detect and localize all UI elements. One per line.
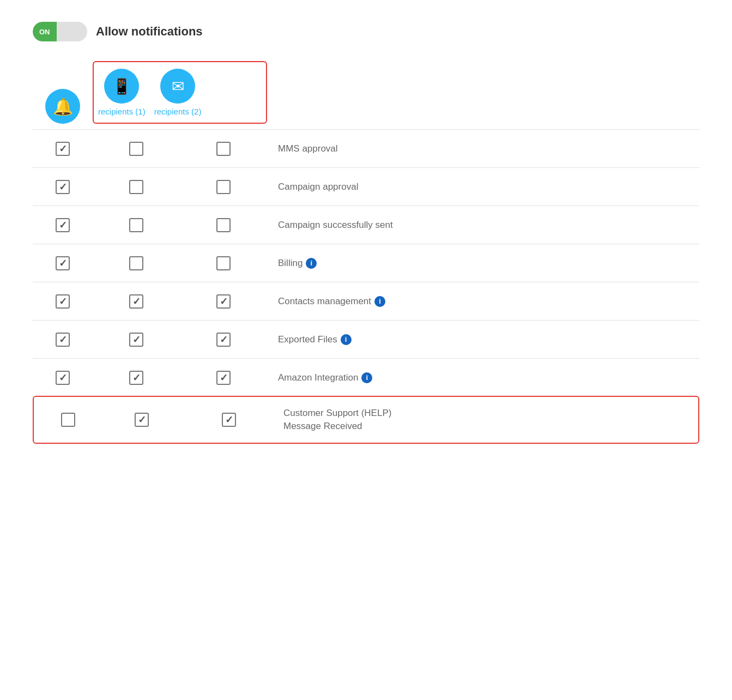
bell-checkbox-campaign-approval[interactable] — [33, 180, 93, 194]
bell-checkbox-contacts-management[interactable] — [33, 294, 93, 309]
column-headers-row: 🔔 📱 recipients (1) ✉ recipients (2) — [33, 61, 699, 129]
notification-row-contacts-management: Contacts managementi — [33, 282, 699, 320]
toggle-on-label: ON — [33, 22, 57, 41]
sms-checkbox-icon-campaign-approval[interactable] — [129, 180, 143, 194]
sms-checkbox-icon-campaign-sent[interactable] — [129, 218, 143, 232]
bell-checkbox-icon-customer-support[interactable] — [61, 413, 75, 427]
notification-row-exported-files: Exported Filesi — [33, 320, 699, 358]
bell-checkbox-icon-billing[interactable] — [56, 256, 70, 270]
sms-checkbox-campaign-sent[interactable] — [93, 218, 180, 232]
page-title: Allow notifications — [96, 25, 203, 39]
bell-checkbox-billing[interactable] — [33, 256, 93, 270]
sms-column-header: 📱 recipients (1) — [98, 69, 146, 116]
bell-checkbox-amazon-integration[interactable] — [33, 371, 93, 385]
email-icon: ✉ — [160, 69, 195, 104]
email-checkbox-icon-contacts-management[interactable] — [216, 294, 231, 309]
notification-row-campaign-sent: Campaign successfully sent — [33, 206, 699, 244]
notifications-grid: 🔔 📱 recipients (1) ✉ recipients (2) MMS … — [33, 61, 699, 444]
row-label-mms-approval: MMS approval — [267, 142, 699, 155]
sms-checkbox-exported-files[interactable] — [93, 333, 180, 347]
bell-checkbox-icon-mms-approval[interactable] — [56, 142, 70, 156]
notification-row-amazon-integration: Amazon Integrationi — [33, 358, 699, 396]
sms-checkbox-mms-approval[interactable] — [93, 142, 180, 156]
bell-checkbox-icon-exported-files[interactable] — [56, 333, 70, 347]
bell-checkbox-campaign-sent[interactable] — [33, 218, 93, 232]
sms-checkbox-campaign-approval[interactable] — [93, 180, 180, 194]
email-checkbox-exported-files[interactable] — [180, 333, 267, 347]
sms-checkbox-icon-customer-support[interactable] — [135, 413, 149, 427]
email-checkbox-mms-approval[interactable] — [180, 142, 267, 156]
email-label: recipients (2) — [154, 107, 202, 116]
bell-checkbox-customer-support[interactable] — [38, 413, 98, 427]
bell-checkbox-icon-contacts-management[interactable] — [56, 294, 70, 309]
sms-checkbox-icon-mms-approval[interactable] — [129, 142, 143, 156]
sms-checkbox-customer-support[interactable] — [98, 413, 185, 427]
toggle-off-part — [57, 22, 88, 41]
sms-checkbox-icon-billing[interactable] — [129, 256, 143, 270]
row-label-campaign-sent: Campaign successfully sent — [267, 219, 699, 232]
email-checkbox-icon-billing[interactable] — [216, 256, 231, 270]
email-checkbox-customer-support[interactable] — [185, 413, 273, 427]
bell-checkbox-icon-campaign-approval[interactable] — [56, 180, 70, 194]
bell-checkbox-icon-amazon-integration[interactable] — [56, 371, 70, 385]
notification-row-campaign-approval: Campaign approval — [33, 167, 699, 206]
sms-checkbox-contacts-management[interactable] — [93, 294, 180, 309]
bell-column-header: 🔔 — [33, 89, 93, 124]
bell-checkbox-icon-campaign-sent[interactable] — [56, 218, 70, 232]
row-label-campaign-approval: Campaign approval — [267, 180, 699, 194]
bell-icon: 🔔 — [45, 89, 80, 124]
sms-checkbox-icon-exported-files[interactable] — [129, 333, 143, 347]
info-icon-contacts-management[interactable]: i — [374, 296, 385, 307]
email-column-header: ✉ recipients (2) — [154, 69, 202, 116]
sms-checkbox-icon-contacts-management[interactable] — [129, 294, 143, 309]
notification-row-mms-approval: MMS approval — [33, 129, 699, 167]
notification-row-billing: Billingi — [33, 244, 699, 282]
notification-rows: MMS approvalCampaign approvalCampaign su… — [33, 129, 699, 444]
row-label-billing: Billingi — [267, 257, 699, 270]
email-checkbox-amazon-integration[interactable] — [180, 371, 267, 385]
email-checkbox-contacts-management[interactable] — [180, 294, 267, 309]
email-checkbox-icon-exported-files[interactable] — [216, 333, 231, 347]
row-label-contacts-management: Contacts managementi — [267, 295, 699, 308]
allow-notifications-toggle[interactable]: ON — [33, 22, 87, 41]
email-checkbox-icon-campaign-approval[interactable] — [216, 180, 231, 194]
info-icon-amazon-integration[interactable]: i — [361, 372, 372, 383]
email-checkbox-icon-customer-support[interactable] — [222, 413, 236, 427]
sms-icon: 📱 — [104, 69, 139, 104]
sms-checkbox-amazon-integration[interactable] — [93, 371, 180, 385]
notifications-header: ON Allow notifications — [33, 22, 699, 41]
notification-row-customer-support: Customer Support (HELP)Message Received — [33, 396, 699, 444]
email-checkbox-icon-amazon-integration[interactable] — [216, 371, 231, 385]
recipients-highlight-box: 📱 recipients (1) ✉ recipients (2) — [93, 61, 267, 124]
row-label-amazon-integration: Amazon Integrationi — [267, 371, 699, 384]
email-checkbox-icon-campaign-sent[interactable] — [216, 218, 231, 232]
bell-checkbox-exported-files[interactable] — [33, 333, 93, 347]
sms-checkbox-icon-amazon-integration[interactable] — [129, 371, 143, 385]
email-checkbox-billing[interactable] — [180, 256, 267, 270]
bell-checkbox-mms-approval[interactable] — [33, 142, 93, 156]
sms-checkbox-billing[interactable] — [93, 256, 180, 270]
info-icon-billing[interactable]: i — [306, 258, 317, 269]
info-icon-exported-files[interactable]: i — [341, 334, 352, 345]
email-checkbox-campaign-approval[interactable] — [180, 180, 267, 194]
email-checkbox-icon-mms-approval[interactable] — [216, 142, 231, 156]
email-checkbox-campaign-sent[interactable] — [180, 218, 267, 232]
row-label-exported-files: Exported Filesi — [267, 333, 699, 346]
sms-label: recipients (1) — [98, 107, 146, 116]
row-label-customer-support: Customer Support (HELP)Message Received — [273, 407, 694, 433]
